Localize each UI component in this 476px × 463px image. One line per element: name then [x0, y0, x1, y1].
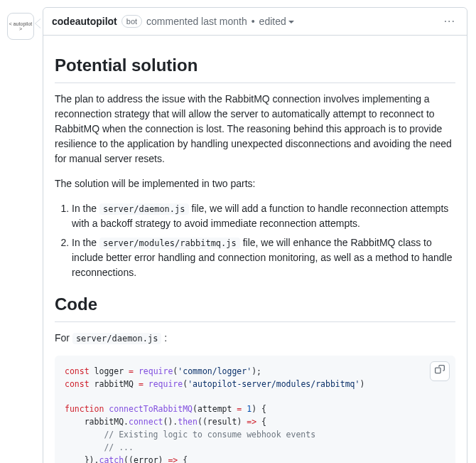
comment-body: Potential solution The plan to address t… — [43, 36, 467, 463]
inline-code: server/daemon.js — [72, 333, 162, 344]
paragraph: The plan to address the issue with the R… — [55, 92, 455, 166]
copy-icon — [435, 364, 445, 379]
edited-dropdown[interactable]: edited — [259, 14, 294, 29]
inline-code: server/modules/rabbitmq.js — [99, 238, 240, 249]
heading-potential-solution: Potential solution — [55, 53, 455, 83]
paragraph: The solution will be implemented in two … — [55, 176, 455, 191]
steps-list: In the server/daemon.js file, we will ad… — [55, 201, 455, 280]
code-content: const logger = require('common/logger');… — [65, 366, 445, 463]
comment-caret — [35, 18, 40, 28]
bot-badge: bot — [121, 15, 142, 28]
commented-timestamp[interactable]: commented last month — [146, 14, 247, 29]
comment-header: codeautopilot bot commented last month •… — [43, 8, 467, 36]
copy-button[interactable] — [430, 361, 450, 381]
paragraph: For server/daemon.js : — [55, 331, 455, 346]
chevron-down-icon — [288, 21, 294, 23]
comment-container: codeautopilot bot commented last month •… — [43, 7, 467, 463]
avatar[interactable]: < autopilot > — [7, 13, 34, 40]
bullet: • — [251, 14, 255, 29]
list-item: In the server/modules/rabbitmq.js file, … — [72, 235, 455, 280]
list-item: In the server/daemon.js file, we will ad… — [72, 201, 455, 231]
heading-code: Code — [55, 292, 455, 322]
author-link[interactable]: codeautopilot — [52, 14, 117, 29]
inline-code: server/daemon.js — [99, 203, 189, 215]
code-block: const logger = require('common/logger');… — [55, 356, 455, 463]
kebab-menu[interactable]: ··· — [441, 13, 458, 30]
